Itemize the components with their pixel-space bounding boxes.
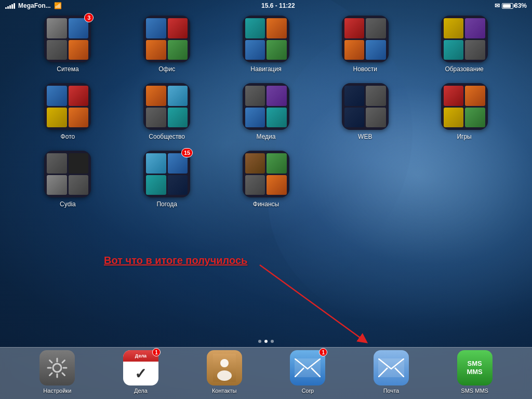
app-grid: 3СитемаОфисНавигацияНовостиОбразованиеФо… [21, 16, 511, 208]
dock-label-nastroyki: Настройки [43, 388, 71, 394]
badge-sistema: 3 [84, 13, 94, 22]
dock-label-pochta: Почта [383, 388, 400, 394]
app-label-igry: Игры [457, 133, 471, 140]
status-bar: MegaFon... 📶 15.6 - 11:22 ✉ 83% [0, 0, 532, 11]
app-item-sistema[interactable]: 3Ситема [21, 16, 115, 73]
dock-item-corp[interactable]: 1Corp [290, 350, 325, 394]
app-item-cydia[interactable]: Cydia [21, 151, 115, 208]
signal-icon [5, 3, 15, 9]
page-dots [258, 340, 274, 343]
app-item-pogoda[interactable]: 15Погода [120, 151, 214, 208]
app-label-ofis: Офис [158, 65, 175, 73]
app-item-soobshchestvo[interactable]: Сообщество [120, 83, 214, 140]
dock-label-dela: Дела [134, 388, 148, 394]
status-left: MegaFon... 📶 [5, 2, 62, 9]
badge-pogoda: 15 [181, 148, 193, 157]
app-item-media[interactable]: Медиа [219, 83, 313, 140]
wifi-icon: 📶 [54, 2, 62, 9]
page-dot-0[interactable] [258, 340, 261, 343]
svg-line-1 [260, 265, 364, 340]
app-label-novosti: Новости [353, 65, 377, 73]
pochta-mail-icon [374, 350, 409, 385]
svg-point-4 [220, 359, 229, 367]
page-dot-2[interactable] [271, 340, 274, 343]
envelope-icon: ✉ [495, 2, 500, 9]
svg-point-2 [53, 364, 61, 372]
app-item-igry[interactable]: Игры [417, 83, 511, 140]
app-label-finansy: Финансы [253, 201, 279, 208]
dock-label-kontakty: Контакты [212, 388, 237, 394]
app-label-media: Медиа [257, 133, 276, 140]
dock-item-nastroyki[interactable]: Настройки [39, 350, 75, 394]
app-label-pogoda: Погода [156, 201, 177, 208]
app-item-navigaciya[interactable]: Навигация [219, 16, 313, 73]
dock-item-kontakty[interactable]: Контакты [207, 350, 242, 394]
status-right: ✉ 83% [495, 2, 527, 9]
status-time: 15.6 - 11:22 [261, 2, 295, 9]
app-label-foto: Фото [61, 133, 75, 140]
annotation-text: Вот что в итоге получилось [104, 255, 247, 266]
app-label-cydia: Cydia [60, 201, 76, 208]
app-item-obrazovanie[interactable]: Образование [417, 16, 511, 73]
dock-item-dela[interactable]: Дела ✓ 1Дела [123, 350, 158, 394]
page-dot-1[interactable] [264, 340, 268, 343]
app-label-soobshchestvo: Сообщество [149, 133, 185, 140]
contacts-icon [207, 350, 242, 385]
dock-label-sms: SMS MMS [461, 388, 488, 394]
app-label-sistema: Ситема [57, 65, 78, 73]
app-item-novosti[interactable]: Новости [318, 16, 412, 73]
sms-icon: SMSMMS [457, 350, 493, 385]
app-item-web[interactable]: WEB [318, 83, 412, 140]
app-item-ofis[interactable]: Офис [120, 16, 214, 73]
dock-badge-dela: 1 [152, 348, 161, 356]
calendar-icon: Дела ✓ [123, 350, 158, 385]
annotation-arrow [260, 255, 390, 358]
dock-badge-corp: 1 [319, 348, 327, 356]
annotation-container: Вот что в итоге получилось [104, 255, 247, 267]
dock-label-corp: Corp [301, 388, 314, 394]
app-label-obrazovanie: Образование [445, 65, 483, 73]
app-label-web: WEB [358, 133, 372, 140]
dock-item-pochta[interactable]: Почта [374, 350, 409, 394]
dock-item-sms[interactable]: SMSMMSSMS MMS [457, 350, 493, 394]
svg-point-5 [217, 370, 232, 381]
app-item-finansy[interactable]: Финансы [219, 151, 313, 208]
app-item-foto[interactable]: Фото [21, 83, 115, 140]
carrier-label: MegaFon... [18, 2, 51, 9]
app-label-navigaciya: Навигация [250, 65, 281, 73]
battery-indicator: 83% [502, 2, 527, 9]
settings-gear-icon [39, 350, 75, 385]
dock: Настройки Дела ✓ 1Дела Контакты 1Corp [0, 347, 532, 399]
